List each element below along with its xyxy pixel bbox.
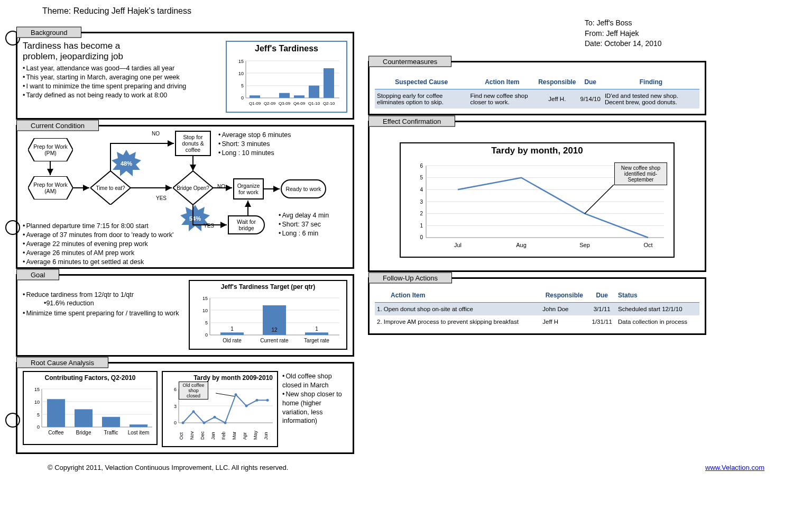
svg-text:4: 4 — [420, 187, 423, 193]
svg-text:Jun: Jun — [263, 432, 269, 440]
svg-text:12: 12 — [271, 327, 278, 333]
countermeasures-box: Countermeasures Suspected CauseAction It… — [368, 61, 706, 115]
effect-callout: New coffee shop identified mid-September — [614, 162, 667, 185]
svg-text:0: 0 — [420, 234, 423, 240]
svg-text:3: 3 — [174, 404, 177, 409]
svg-text:15: 15 — [238, 59, 244, 64]
svg-point-79 — [235, 393, 237, 396]
table-row: Stopping early for coffee eliminates opt… — [375, 89, 699, 108]
countermeasures-title: Countermeasures — [368, 56, 451, 67]
svg-text:0: 0 — [241, 95, 244, 101]
svg-text:6: 6 — [174, 387, 177, 392]
svg-rect-14 — [324, 68, 334, 98]
countermeasures-table: Suspected CauseAction ItemResponsibleDue… — [375, 75, 699, 108]
chart-effect: Tardy by month, 2010 6543210 JulAugSepOc… — [400, 142, 675, 258]
chart-target: Jeff's Tardiness Target (per qtr) 151050… — [189, 280, 347, 350]
svg-text:5: 5 — [205, 320, 208, 325]
svg-text:0: 0 — [37, 424, 40, 430]
svg-text:1: 1 — [420, 223, 423, 229]
svg-text:1: 1 — [315, 326, 318, 332]
svg-point-78 — [224, 422, 227, 424]
svg-rect-59 — [47, 399, 65, 427]
svg-text:Coffee: Coffee — [48, 430, 64, 436]
svg-text:5: 5 — [420, 175, 423, 180]
goal-sub: •91.6% reduction — [44, 300, 182, 307]
svg-text:Oct: Oct — [643, 242, 652, 248]
svg-text:Jan: Jan — [210, 432, 216, 440]
goal-bullets: Reduce tardiness from 12/qtr to 1/qtr — [23, 291, 182, 300]
followup-box: Follow-Up Actions Action ItemResponsible… — [368, 277, 706, 335]
svg-line-108 — [585, 185, 614, 214]
table-row: 2. Improve AM process to prevent skippin… — [375, 315, 699, 328]
chart-tardiness-svg: 15 10 5 0 Q1-09 Q2-09 Q3-09 — [231, 56, 342, 108]
wait-bullets: Avg delay 4 minShort: 37 secLong : 6 min — [279, 211, 329, 238]
svg-text:10: 10 — [202, 308, 208, 313]
svg-text:5: 5 — [37, 412, 40, 418]
svg-point-76 — [203, 422, 206, 424]
chart-contributing: Contributing Factors, Q2-2010 151050 Cof… — [23, 371, 158, 445]
rca-notes: Old coffee shop closed in MarchNew shop … — [282, 372, 346, 425]
svg-text:Dec: Dec — [200, 431, 205, 440]
theme-title: Theme: Reducing Jeff Hajek's tardiness — [42, 6, 796, 16]
rca-title: Root Cause Analysis — [16, 357, 108, 368]
background-box: Background Tardiness has become a proble… — [16, 32, 354, 120]
svg-text:Apr: Apr — [242, 432, 247, 440]
table-row: 1. Open donut shop on-site at officeJohn… — [375, 302, 699, 315]
chart-tardy-month: Tardy by month 2009-2010 630 OctNovDecJa… — [162, 371, 278, 447]
current-condition-title: Current Condition — [16, 120, 99, 131]
goal-bullets2: Minimize time spent preparing for / trav… — [23, 309, 182, 318]
svg-rect-45 — [305, 332, 328, 335]
svg-text:Feb: Feb — [221, 431, 226, 440]
background-bullets: Last year, attendance was good—4 tardies… — [23, 64, 220, 100]
svg-point-82 — [266, 399, 269, 402]
svg-rect-9 — [250, 95, 260, 98]
svg-point-81 — [256, 399, 259, 402]
svg-line-83 — [216, 393, 235, 396]
rca-box: Root Cause Analysis Contributing Factors… — [16, 362, 354, 454]
svg-text:1: 1 — [230, 326, 234, 332]
followup-table: Action ItemResponsibleDueStatus 1. Open … — [375, 288, 699, 328]
svg-rect-60 — [75, 409, 93, 427]
svg-text:5: 5 — [241, 83, 244, 88]
current-condition-box: Current Condition Prep for Work (PM) Pre… — [16, 125, 354, 269]
svg-text:15: 15 — [202, 296, 208, 301]
svg-text:10: 10 — [238, 71, 244, 76]
svg-text:6: 6 — [420, 163, 423, 169]
svg-text:May: May — [253, 430, 258, 440]
svg-rect-62 — [130, 424, 147, 427]
svg-text:Oct: Oct — [179, 432, 184, 440]
background-lead2: problem, jeopardizing job — [23, 51, 220, 62]
svg-text:Lost item: Lost item — [128, 430, 150, 436]
effect-title: Effect Confirmation — [368, 115, 455, 126]
stop-bullets: Average stop 6 minutesShort: 3 minutesLo… — [218, 131, 291, 158]
svg-rect-13 — [309, 86, 319, 98]
svg-text:Target rate: Target rate — [304, 338, 329, 343]
svg-text:10: 10 — [34, 400, 40, 405]
svg-text:0: 0 — [174, 420, 177, 425]
svg-rect-11 — [279, 93, 290, 98]
background-title: Background — [16, 27, 81, 38]
chart-tardiness: Jeff's Tardiness 15 10 5 0 — [226, 41, 347, 113]
svg-text:Q3-09: Q3-09 — [279, 101, 291, 106]
svg-text:Sep: Sep — [579, 242, 590, 248]
goal-title: Goal — [16, 269, 59, 280]
svg-rect-41 — [220, 332, 244, 335]
svg-text:2: 2 — [420, 211, 423, 216]
svg-text:Aug: Aug — [516, 242, 527, 248]
svg-text:3: 3 — [420, 199, 423, 205]
svg-text:0: 0 — [205, 332, 208, 338]
svg-text:Nov: Nov — [189, 431, 195, 440]
followup-title: Follow-Up Actions — [368, 272, 452, 283]
svg-point-77 — [214, 416, 216, 419]
svg-text:Jul: Jul — [454, 242, 462, 248]
svg-text:15: 15 — [34, 387, 40, 392]
effect-box: Effect Confirmation Tardy by month, 2010… — [368, 121, 706, 272]
velaction-link[interactable]: www.Velaction.com — [705, 464, 764, 471]
svg-text:Traffic: Traffic — [104, 430, 118, 436]
svg-text:Mar: Mar — [232, 431, 237, 440]
svg-text:Q2-10: Q2-10 — [323, 101, 335, 106]
copyright: © Copyright 2011, Velaction Continuous I… — [48, 464, 288, 471]
rca-callout: Old coffee shop closed — [179, 382, 208, 400]
svg-point-74 — [182, 422, 184, 424]
svg-text:Q1-10: Q1-10 — [308, 101, 320, 106]
